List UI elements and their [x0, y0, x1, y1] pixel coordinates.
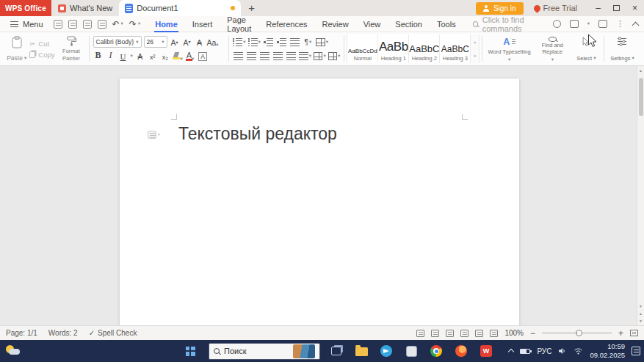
underline-caret-icon[interactable]: ▾ [131, 54, 133, 59]
scroll-down-arrow[interactable]: ▼ [639, 304, 643, 308]
previous-page-button[interactable]: ▲ [639, 311, 643, 316]
eye-protection-icon[interactable] [490, 330, 498, 337]
tab-review[interactable]: Review [315, 16, 356, 32]
tab-section[interactable]: Section [388, 16, 430, 32]
sign-in-button[interactable]: Sign in [476, 2, 524, 15]
font-name-select[interactable]: Calibri (Body) ▾ [93, 36, 142, 48]
word-typesetting-button[interactable]: A Word Typesetting▾ [485, 35, 534, 63]
tab-page-layout[interactable]: Page Layout [220, 16, 258, 32]
spell-check-toggle[interactable]: ✓ Spell Check [89, 329, 137, 337]
find-replace-button[interactable]: Find and Replace▾ [534, 35, 571, 63]
redo-button[interactable]: ↷ ▾ [129, 19, 140, 29]
zoom-slider[interactable] [542, 328, 612, 338]
zoom-in-button[interactable]: + [618, 329, 623, 338]
full-screen-icon[interactable] [475, 330, 483, 337]
next-page-button[interactable]: ▼ [639, 319, 643, 323]
tab-view[interactable]: View [356, 16, 388, 32]
clear-formatting-button[interactable]: A [195, 36, 205, 48]
numbering-button[interactable]: ▾ [248, 38, 261, 46]
network-icon[interactable] [574, 347, 583, 355]
decrease-font-button[interactable]: A▾ [182, 36, 192, 48]
underline-button[interactable]: U [118, 50, 129, 62]
taskbar-search-box[interactable]: Поиск [209, 343, 320, 360]
menu-button[interactable]: Menu [6, 20, 48, 29]
reading-layout-icon[interactable] [416, 330, 424, 337]
minimize-button[interactable]: – [589, 0, 607, 16]
share-caret-icon[interactable]: ▾ [587, 21, 590, 26]
highlight-color-button[interactable]: ▾ [173, 50, 183, 62]
free-trial-button[interactable]: Free Trial [534, 4, 577, 12]
italic-button[interactable]: I [106, 50, 116, 62]
justify-button[interactable] [272, 52, 283, 60]
superscript-button[interactable]: x² [148, 50, 158, 62]
print-preview-icon[interactable] [98, 20, 106, 29]
close-button[interactable]: × [626, 0, 644, 16]
style-heading-3[interactable]: AaBbC Heading 3 [440, 35, 471, 63]
increase-indent-button[interactable] [276, 38, 287, 46]
change-case-button[interactable]: Aa▾ [207, 36, 219, 48]
collapse-ribbon-icon[interactable] [632, 21, 640, 29]
select-button[interactable]: Select▾ [571, 35, 601, 63]
document-text[interactable]: Текстовый редактор [178, 124, 337, 144]
task-view-button[interactable] [328, 341, 344, 361]
scroll-up-arrow[interactable]: ▲ [639, 66, 643, 75]
export-pdf-icon[interactable] [68, 20, 77, 29]
insert-table-button[interactable]: ▾ [316, 38, 328, 46]
vertical-scrollbar[interactable]: ▲ ▼ ▲ ▼ [637, 66, 644, 325]
language-indicator[interactable]: РУС [537, 347, 551, 355]
settings-button[interactable]: Settings▾ [607, 35, 638, 63]
line-spacing-button[interactable]: ▾ [299, 52, 311, 60]
strikethrough-button[interactable]: A [135, 50, 145, 62]
new-tab-button[interactable]: + [241, 1, 262, 15]
find-commands-search[interactable]: Click to find commands [473, 15, 553, 33]
volume-icon[interactable] [558, 347, 567, 355]
tab-whats-new[interactable]: What's New [51, 0, 119, 16]
document-page[interactable]: ▾ Текстовый редактор [120, 79, 519, 325]
wps-office-logo[interactable]: WPS Office [0, 0, 51, 16]
style-heading-2[interactable]: AaBbC Heading 2 [409, 35, 440, 63]
tab-home[interactable]: Home [148, 16, 185, 32]
start-button[interactable] [181, 340, 200, 362]
battery-icon[interactable] [520, 349, 530, 354]
sort-button[interactable] [289, 38, 300, 46]
wps-office-taskbar-button[interactable]: W [478, 341, 494, 361]
file-explorer-button[interactable] [353, 341, 369, 361]
style-normal[interactable]: AaBbCcDd Normal [347, 35, 378, 63]
align-left-button[interactable] [233, 52, 244, 60]
outline-view-icon[interactable] [460, 330, 468, 337]
undo-button[interactable]: ↶ ▾ [112, 19, 123, 29]
zoom-slider-thumb[interactable] [576, 330, 582, 336]
fit-window-icon[interactable] [630, 330, 638, 336]
tab-insert[interactable]: Insert [185, 16, 220, 32]
chrome-button[interactable] [428, 341, 444, 361]
show-marks-button[interactable]: ¶▾ [303, 38, 314, 46]
shading-button[interactable]: ▾ [314, 52, 326, 60]
app-button[interactable] [403, 341, 419, 361]
bullets-button[interactable]: ▾ [233, 38, 245, 46]
zoom-level[interactable]: 100% [504, 329, 524, 337]
web-layout-icon[interactable] [446, 330, 454, 337]
save-icon[interactable] [54, 20, 62, 29]
maximize-button[interactable] [607, 0, 626, 16]
print-layout-icon[interactable] [431, 330, 439, 337]
align-right-button[interactable] [259, 52, 270, 60]
format-painter-button[interactable]: Format Painter [56, 35, 86, 63]
tray-expand-icon[interactable] [508, 349, 514, 355]
save-to-cloud-icon[interactable] [570, 20, 579, 28]
telegram-button[interactable] [378, 341, 394, 361]
distribute-button[interactable] [286, 52, 297, 60]
borders-button[interactable]: ▾ [328, 52, 341, 60]
tab-document1[interactable]: Document1 [119, 0, 241, 16]
decrease-indent-button[interactable] [263, 38, 274, 46]
styles-scroll-up-icon[interactable]: ▴ [474, 40, 477, 44]
scrollbar-thumb[interactable] [639, 78, 643, 116]
weather-widget-icon[interactable] [0, 340, 25, 362]
print-icon[interactable] [83, 20, 92, 29]
style-heading-1[interactable]: AaBb Heading 1 [378, 35, 409, 63]
touch-mode-icon[interactable] [553, 20, 561, 28]
paragraph-options-widget[interactable]: ▾ [148, 131, 160, 139]
align-center-button[interactable] [246, 52, 257, 60]
tab-references[interactable]: References [258, 16, 314, 32]
font-size-select[interactable]: 26 ▾ [144, 36, 167, 48]
search-highlight-thumbnail[interactable] [293, 344, 315, 358]
